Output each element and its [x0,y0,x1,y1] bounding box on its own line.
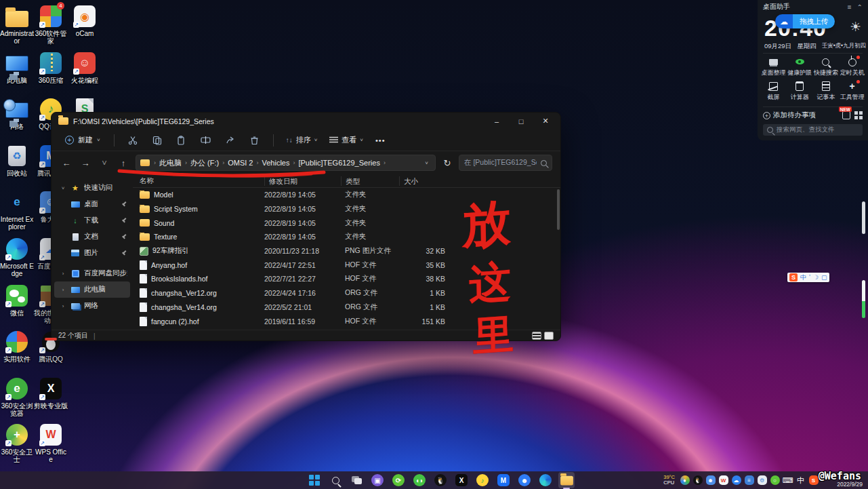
taskbar-search[interactable] [327,472,344,488]
ime-mode-icon[interactable]: ʼ [809,273,810,281]
nav-item-this-pc[interactable]: ›此电脑 [54,281,130,298]
breadcrumb-item[interactable]: 办公 (F:) [188,157,222,170]
desktop-icon-ocam[interactable]: ◉↗oCam [68,4,102,37]
desktop-icon-capcut[interactable]: X↗剪映专业版 [34,376,68,410]
taskbar-clock[interactable]: @Wefans 2022/9/29 [822,471,864,489]
assistant-tool-desktop-organize[interactable]: 桌面整理 [760,57,787,77]
chevron-right-icon[interactable]: › [60,271,66,277]
delete-button[interactable] [245,132,265,149]
nav-item-desktop[interactable]: 桌面 [54,196,130,212]
desktop-icon-network[interactable]: 网络 [0,97,34,130]
nav-item-downloads[interactable]: ↓下载 [54,212,130,229]
add-todo-row[interactable]: + 添加待办事项 NEW [763,111,863,120]
desktop-icon-wechat[interactable]: ↗微信 [0,283,34,317]
refresh-button[interactable]: ↻ [441,158,453,168]
back-button[interactable]: ← [60,158,73,168]
tray-360-tray[interactable]: ○ [770,475,780,486]
taskbar-qq-music[interactable]: ♪ [474,472,491,488]
taskbar-task-view[interactable] [348,472,365,488]
desktop-icon-360-browser[interactable]: e↗360安全浏览器 [0,376,34,417]
tray-baidu-cloud[interactable]: ☁ [731,475,741,486]
nav-quick-access[interactable]: ˅ ★ 快速访问 [54,180,130,196]
details-view-button[interactable] [532,332,541,340]
more-button[interactable]: ••• [371,134,390,147]
breadcrumb-item[interactable]: 此电脑 [157,157,184,170]
file-row[interactable]: changsha_Ver14.org2022/5/2 21:01ORG 文件1 … [133,300,560,315]
tray-sogou-tray[interactable]: S [808,475,819,486]
chevron-right-icon[interactable]: › [60,303,66,309]
assistant-tool-eye-care[interactable]: 健康护眼 [787,57,813,77]
breadcrumb[interactable]: ›此电脑›办公 (F:)›OMSI 2›Vehicles›[Public]TEG… [136,155,436,171]
cut-button[interactable] [123,132,143,149]
column-header-type[interactable]: 类型 [341,176,399,186]
column-header-date[interactable]: 修改日期 [264,176,341,186]
breadcrumb-item[interactable]: Vehicles [259,157,292,168]
edge-slider[interactable] [862,201,865,234]
nav-item-documents[interactable]: 文档 [54,229,130,245]
tray-docs[interactable]: ≡ [744,475,754,486]
tray-photo-gear[interactable]: ⚙ [757,475,767,486]
large-icons-view-button[interactable] [544,332,554,340]
maximize-button[interactable]: □ [509,114,533,129]
file-row[interactable]: Anyang.hof2022/4/17 22:51HOF 文件35 KB [133,258,560,272]
taskbar-qq[interactable]: 🐧 [432,472,449,488]
sogou-logo-icon[interactable]: S [789,273,798,281]
close-button[interactable]: ✕ [533,114,558,129]
file-row[interactable]: Texture2022/8/19 14:05文件夹 [133,230,560,244]
ime-mode-icon[interactable]: 中 [800,273,806,281]
file-row[interactable]: Sound2022/8/19 14:05文件夹 [133,216,560,230]
desktop-icon-administrator[interactable]: Administrator [0,4,34,45]
ime-mode-icon[interactable]: ▢ [821,273,827,281]
address-dropdown-icon[interactable]: ˅ [422,160,431,166]
desktop-icon-360-zip[interactable]: ↗360压缩 [34,51,68,84]
assistant-tool-timed-shutdown[interactable]: 定时关机 [839,57,865,77]
new-button[interactable]: + 新建 ˅ [60,132,106,148]
file-row[interactable]: fangcun (2).hof2019/6/11 16:59HOF 文件151 … [133,314,560,328]
tray-wps-tray[interactable]: W [718,475,728,486]
edge-volume-slider[interactable] [862,280,865,318]
file-row[interactable]: changsha_Ver12.org2022/4/24 17:16ORG 文件1… [133,286,560,300]
taskbar-quark[interactable]: ☻ [516,472,533,488]
assistant-search-input[interactable]: 搜索网页、查找文件 [763,124,863,136]
tray-sleep-face[interactable]: ☻ [705,475,716,486]
chevron-right-icon[interactable]: › [60,287,66,293]
todo-note-icon[interactable]: NEW [842,111,850,119]
file-row[interactable]: Script System2022/8/19 14:05文件夹 [133,202,560,216]
file-row[interactable]: BrooksIslands.hof2022/7/21 22:27HOF 文件38… [133,272,560,286]
up-button[interactable]: ↑ [117,158,130,168]
desktop-icon-this-pc[interactable]: 此电脑 [0,51,34,84]
tray-sphere[interactable]: ● [680,475,690,486]
desktop-icon-360-manager[interactable]: ↗4360软件管家 [34,4,68,45]
taskbar-wechat[interactable]: ◖◗ [411,472,428,488]
search-input[interactable]: 在 [Public]TEG6129_Serie... [459,155,552,171]
cpu-temp-widget[interactable]: 39°C CPU [663,475,675,486]
panel-grid-icon[interactable] [854,111,863,119]
recent-locations-button[interactable]: ˅ [98,158,111,168]
weather-sun-icon[interactable]: ☀ [850,19,861,35]
desktop-icon-microsoft-edge[interactable]: ↗Microsoft Edge [0,237,34,277]
desktop-icon-recycle-bin[interactable]: ♻回收站 [0,144,34,177]
copy-button[interactable] [147,132,167,149]
scrollbar-thumb[interactable] [557,189,560,230]
assistant-tool-notepad[interactable]: 记事本 [813,81,840,102]
nav-item-baidu-sync[interactable]: ›百度网盘同步空间 [54,265,130,281]
taskbar-explorer[interactable] [558,472,575,488]
share-button[interactable] [220,132,241,149]
paste-button[interactable] [171,132,192,149]
view-button[interactable]: 查看 ˅ [325,132,367,148]
desktop-icon-wps-office[interactable]: W↗WPS Office [34,423,68,463]
forward-button[interactable]: → [79,158,92,168]
taskbar-start[interactable] [306,472,323,488]
taskbar-360-safe[interactable]: ⟳ [390,472,407,488]
nav-item-pictures[interactable]: 图片 [54,245,130,261]
nav-item-network[interactable]: ›网络 [54,298,130,314]
title-bar[interactable]: F:\OMSI 2\Vehicles\[Public]TEG6129_Serie… [51,113,560,130]
taskbar-tencent-meeting[interactable]: M [495,472,512,488]
desktop-icon-internet-explorer[interactable]: eInternet Explorer [0,190,34,231]
tray-qq-tray[interactable]: 🐧 [693,475,703,486]
sort-button[interactable]: ↑↓ 排序 ˅ [282,132,322,148]
file-row[interactable]: Model2022/8/19 14:05文件夹 [133,188,560,202]
rename-button[interactable] [196,132,216,149]
column-header-size[interactable]: 大小 [399,176,441,186]
desktop-icon-useful-soft[interactable]: ↗实用软件 [0,330,34,363]
